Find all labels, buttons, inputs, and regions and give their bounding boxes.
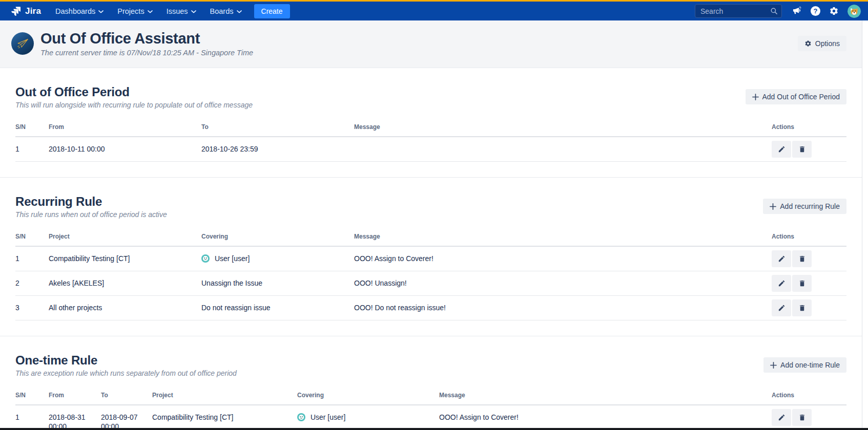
cell-to: 2018-10-26 23:59	[201, 137, 354, 162]
table-row: 12018-08-31 00:002018-09-07 00:00Compati…	[15, 405, 846, 430]
nav-item-label: Issues	[167, 7, 188, 15]
edit-button[interactable]	[772, 275, 791, 292]
delete-button[interactable]	[792, 141, 812, 158]
cell-covering: User [user]	[297, 405, 439, 430]
cell-actions	[770, 271, 846, 295]
megaphone-icon	[792, 6, 802, 16]
add-one-time-rule-button[interactable]: Add one-time Rule	[763, 357, 846, 373]
header-text: Out Of Office Assistant The current serv…	[40, 31, 253, 57]
chevron-down-icon	[237, 10, 242, 13]
column-header-s-n: S/N	[15, 119, 49, 137]
cell-to: 2018-09-07 00:00	[101, 405, 152, 430]
add-out-of-office-period-button[interactable]: Add Out of Office Period	[746, 89, 847, 104]
chevron-down-icon	[148, 10, 153, 13]
table-row: 12018-10-11 00:002018-10-26 23:59	[15, 137, 846, 162]
delete-button[interactable]	[792, 299, 812, 316]
jira-logo[interactable]: Jira	[10, 6, 41, 17]
scrollbar-track[interactable]	[862, 20, 868, 430]
trash-icon	[798, 255, 806, 263]
edit-button[interactable]	[772, 141, 791, 158]
jira-logo-icon	[10, 6, 22, 17]
announcements-button[interactable]	[792, 6, 802, 16]
main-content: Out of Office Period This will run along…	[0, 85, 862, 430]
column-header-to: To	[201, 119, 354, 137]
row-actions	[772, 141, 846, 158]
column-header-message: Message	[354, 229, 770, 246]
nav-item-label: Dashboards	[55, 7, 95, 15]
cell-actions	[770, 405, 846, 430]
cell-message: OOO! Unassign!	[354, 271, 770, 295]
cell-text: User [user]	[215, 254, 250, 263]
help-icon: ?	[811, 6, 820, 16]
cell-actions	[770, 246, 846, 271]
edit-button[interactable]	[772, 250, 791, 267]
chevron-down-icon	[98, 10, 104, 13]
create-button[interactable]: Create	[254, 4, 290, 18]
row-actions	[772, 299, 846, 316]
delete-button[interactable]	[792, 250, 812, 267]
brand-name: Jira	[25, 6, 41, 16]
cell-project: All other projects	[49, 295, 201, 320]
column-header-actions: Actions	[770, 119, 846, 137]
cell-message: OOO! Do not reassign issue!	[354, 295, 770, 320]
settings-button[interactable]	[829, 6, 839, 16]
column-header-to: To	[101, 388, 152, 405]
paper-plane-icon	[15, 36, 30, 51]
app-icon	[11, 32, 34, 55]
table-row: 1Compatibility Testing [CT] User [user]O…	[15, 246, 846, 271]
delete-button[interactable]	[792, 409, 812, 426]
table-row: 3All other projectsDo not reassign issue…	[15, 295, 846, 320]
add-recurring-rule-button[interactable]: Add recurring Rule	[763, 199, 846, 214]
server-time-text: The current server time is 07/Nov/18 10:…	[40, 49, 253, 57]
row-actions	[772, 275, 846, 292]
row-actions	[772, 409, 846, 426]
nav-item-dashboards[interactable]: Dashboards	[55, 7, 104, 15]
add-button-label: Add recurring Rule	[780, 202, 840, 210]
column-header-s-n: S/N	[15, 388, 49, 405]
help-button[interactable]: ?	[811, 6, 820, 16]
delete-button[interactable]	[792, 275, 812, 292]
options-button[interactable]: Options	[798, 36, 846, 51]
column-header-project: Project	[152, 388, 297, 405]
section-subtitle: This rule runs when out of office period…	[15, 210, 167, 219]
table-header-row: S/NProjectCoveringMessageActions	[15, 229, 846, 246]
column-header-covering: Covering	[297, 388, 439, 405]
edit-button[interactable]	[772, 299, 791, 316]
search-box	[695, 4, 782, 18]
section-divider	[0, 336, 862, 336]
navbar-right: ?	[695, 4, 861, 18]
page-header: Out Of Office Assistant The current serv…	[0, 20, 862, 68]
pencil-icon	[778, 414, 786, 421]
page: Out Of Office Assistant The current serv…	[0, 20, 862, 430]
cell-s-n: 1	[15, 405, 49, 430]
trash-icon	[798, 414, 806, 421]
nav-item-projects[interactable]: Projects	[117, 7, 152, 15]
table-row: 2Akeles [AKELES]Unassign the IssueOOO! U…	[15, 271, 846, 295]
gear-icon	[829, 6, 839, 16]
table-header-row: S/NFromToProjectCoveringMessageActions	[15, 388, 846, 405]
section-subtitle: This are exception rule which runs separ…	[15, 369, 237, 377]
plus-icon	[770, 362, 777, 369]
recurring-rule-table: S/NProjectCoveringMessageActions1Compati…	[15, 229, 846, 320]
add-button-label: Add one-time Rule	[780, 361, 840, 369]
user-profile-avatar	[848, 5, 861, 18]
profile-button[interactable]	[848, 5, 861, 18]
nav-item-issues[interactable]: Issues	[167, 7, 196, 15]
cell-project: Compatibility Testing [CT]	[49, 246, 201, 271]
nav-item-boards[interactable]: Boards	[210, 7, 242, 15]
plus-icon	[770, 203, 776, 210]
trash-icon	[798, 304, 806, 312]
cell-s-n: 1	[15, 246, 49, 271]
search-input[interactable]	[695, 4, 782, 18]
cell-covering: User [user]	[201, 246, 354, 271]
one-time-rule-table: S/NFromToProjectCoveringMessageActions12…	[15, 388, 846, 430]
cell-project: Akeles [AKELES]	[49, 271, 201, 295]
cell-actions	[770, 295, 846, 320]
cell-message: OOO! Assign to Coverer!	[354, 246, 770, 271]
column-header-from: From	[49, 119, 201, 137]
chevron-down-icon	[191, 10, 196, 13]
pencil-icon	[778, 304, 786, 312]
table-header-row: S/NFromToMessageActions	[15, 119, 846, 137]
edit-button[interactable]	[772, 409, 791, 426]
nav-menu: DashboardsProjectsIssuesBoards	[55, 7, 241, 15]
